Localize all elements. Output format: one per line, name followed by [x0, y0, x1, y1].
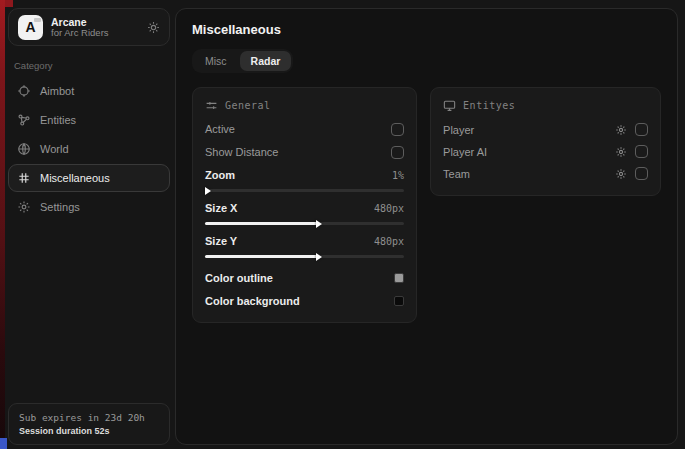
player-label: Player	[443, 124, 474, 136]
zoom-label: Zoom	[205, 169, 235, 181]
brand-title: Arcane	[51, 16, 139, 28]
size-x-slider[interactable]	[205, 219, 404, 228]
team-settings-icon[interactable]	[615, 168, 627, 180]
sidebar-item-label: Entities	[40, 114, 76, 126]
tab-misc[interactable]: Misc	[194, 51, 238, 71]
active-row: Active	[205, 121, 404, 137]
sidebar: A Arcane for Arc Riders Category Aimbot …	[8, 8, 170, 445]
session-duration: Session duration 52s	[19, 425, 159, 438]
gear-icon	[17, 200, 31, 214]
background-game-blue-corner	[0, 438, 7, 449]
grid-icon	[17, 171, 31, 185]
card-title: Entityes	[463, 100, 515, 111]
category-label: Category	[14, 60, 170, 71]
team-label: Team	[443, 168, 470, 180]
sidebar-item-settings[interactable]: Settings	[8, 193, 170, 221]
sidebar-item-label: Miscellaneous	[40, 172, 110, 184]
monitor-icon	[443, 99, 456, 112]
sidebar-item-label: World	[40, 143, 69, 155]
sidebar-nav: Aimbot Entities World Miscellaneous Sett…	[8, 77, 170, 221]
active-label: Active	[205, 123, 235, 135]
subscription-expiry: Sub expires in 23d 20h	[19, 411, 159, 425]
team-row: Team	[443, 165, 648, 182]
brand-subtitle: for Arc Riders	[51, 28, 139, 39]
color-outline-swatch[interactable]	[394, 273, 404, 283]
color-background-label: Color background	[205, 295, 300, 307]
entities-icon	[17, 113, 31, 127]
main-panel: Miscellaneous Misc Radar General Active …	[175, 8, 678, 445]
zoom-slider-thumb[interactable]	[205, 187, 211, 195]
show-distance-checkbox[interactable]	[391, 146, 404, 159]
show-distance-label: Show Distance	[205, 146, 278, 158]
color-background-swatch[interactable]	[394, 296, 404, 306]
background-game-red-edge	[0, 0, 5, 440]
zoom-slider[interactable]	[205, 186, 404, 195]
size-y-slider-thumb[interactable]	[316, 253, 322, 261]
size-x-slider-thumb[interactable]	[316, 220, 322, 228]
player-row: Player	[443, 121, 648, 138]
player-ai-checkbox[interactable]	[635, 145, 648, 158]
show-distance-row: Show Distance	[205, 144, 404, 160]
team-checkbox[interactable]	[635, 167, 648, 180]
general-card: General Active Show Distance Zoom 1%	[192, 87, 417, 323]
color-outline-label: Color outline	[205, 272, 273, 284]
sidebar-item-entities[interactable]: Entities	[8, 106, 170, 134]
player-ai-label: Player AI	[443, 146, 487, 158]
player-checkbox[interactable]	[635, 123, 648, 136]
card-title: General	[225, 100, 271, 111]
active-checkbox[interactable]	[391, 123, 404, 136]
sidebar-item-label: Settings	[40, 201, 80, 213]
player-ai-settings-icon[interactable]	[615, 146, 627, 158]
size-y-group: Size Y 480px	[205, 233, 404, 261]
size-y-label: Size Y	[205, 235, 237, 247]
sliders-icon	[205, 99, 218, 112]
globe-icon	[17, 142, 31, 156]
size-x-group: Size X 480px	[205, 200, 404, 228]
size-y-value: 480px	[374, 236, 404, 247]
cards-container: General Active Show Distance Zoom 1%	[192, 87, 661, 323]
color-outline-row: Color outline	[205, 270, 404, 286]
size-x-label: Size X	[205, 202, 237, 214]
tab-radar[interactable]: Radar	[240, 51, 292, 71]
page-title: Miscellaneous	[192, 22, 661, 37]
app-logo: A	[18, 15, 43, 40]
brand-card: A Arcane for Arc Riders	[8, 8, 170, 46]
logo-letter: A	[25, 19, 35, 35]
zoom-value: 1%	[392, 170, 404, 181]
player-settings-icon[interactable]	[615, 124, 627, 136]
sidebar-item-world[interactable]: World	[8, 135, 170, 163]
session-info-box: Sub expires in 23d 20h Session duration …	[8, 403, 170, 445]
brand-settings-icon[interactable]	[147, 21, 160, 34]
player-ai-row: Player AI	[443, 143, 648, 160]
sidebar-item-label: Aimbot	[40, 85, 74, 97]
color-background-row: Color background	[205, 293, 404, 309]
sidebar-item-aimbot[interactable]: Aimbot	[8, 77, 170, 105]
size-x-value: 480px	[374, 203, 404, 214]
sidebar-item-miscellaneous[interactable]: Miscellaneous	[8, 164, 170, 192]
zoom-group: Zoom 1%	[205, 167, 404, 195]
entities-card: Entityes Player Player AI	[430, 87, 661, 196]
crosshair-icon	[17, 84, 31, 98]
size-y-slider[interactable]	[205, 252, 404, 261]
tab-bar: Misc Radar	[192, 49, 293, 73]
